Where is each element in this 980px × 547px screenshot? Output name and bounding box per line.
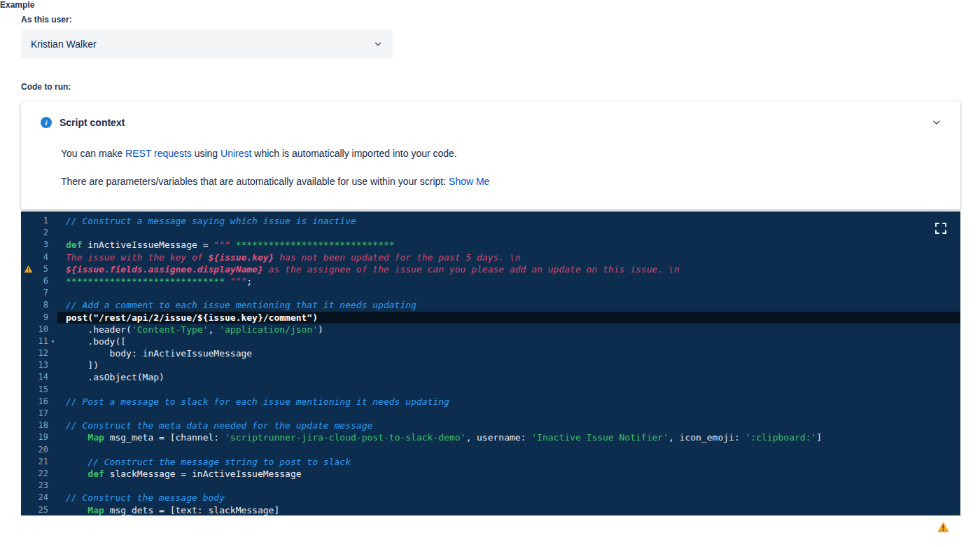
line-gutter: 7 — [21, 287, 57, 299]
run-as-user-value: Kristian Walker — [31, 39, 97, 50]
paragraph-text: which is automatically imported into you… — [251, 148, 456, 159]
next-field-label-partial: Example — [0, 0, 980, 10]
code-line[interactable]: 15 — [21, 384, 960, 396]
code-line[interactable]: 4The issue with the key of ${issue.key} … — [21, 251, 960, 263]
line-number: 23 — [34, 480, 48, 492]
rest-requests-link[interactable]: REST requests — [125, 148, 192, 159]
line-gutter: 16 — [21, 396, 57, 408]
line-gutter: 12 — [21, 347, 57, 359]
code-line[interactable]: 3def inActiveIssueMessage = """ ********… — [21, 239, 960, 251]
code-line[interactable]: 19 Map msg_meta = [channel: 'scriptrunne… — [21, 431, 960, 443]
code-line-text: // Construct the meta data needed for th… — [57, 420, 960, 431]
code-line[interactable]: 9post("/rest/api/2/issue/${issue.key}/co… — [21, 312, 960, 324]
fullscreen-icon[interactable] — [934, 221, 948, 235]
code-line[interactable]: 11▾ .body([ — [21, 335, 960, 347]
line-gutter: 10 — [21, 324, 57, 335]
line-number: 5 — [34, 263, 48, 275]
code-area: 1// Construct a message saying which iss… — [21, 212, 960, 515]
line-number: 14 — [34, 371, 48, 383]
line-gutter: 4 — [21, 251, 57, 263]
line-gutter: 6 — [21, 275, 57, 287]
line-number: 24 — [34, 492, 48, 504]
code-line[interactable]: 7 — [21, 287, 960, 299]
line-gutter: 8 — [21, 299, 57, 311]
line-gutter: 1 — [21, 215, 57, 227]
code-line-text: .body([ — [57, 335, 960, 347]
as-this-user-label: As this user: — [21, 15, 72, 25]
script-context-header: i Script context — [41, 117, 125, 128]
run-as-user-select[interactable]: Kristian Walker — [21, 30, 393, 58]
line-gutter: 3 — [21, 239, 57, 251]
code-line-text: The issue with the key of ${issue.key} h… — [57, 251, 960, 263]
code-editor[interactable]: 1// Construct a message saying which iss… — [21, 212, 960, 515]
paragraph-text: You can make — [61, 148, 125, 159]
line-warning-icon — [21, 265, 34, 273]
code-line[interactable]: 21 // Construct the message string to po… — [21, 456, 960, 468]
code-line-text: body: inActiveIssueMessage — [57, 347, 960, 359]
code-line-text: // Add a comment to each issue mentionin… — [57, 299, 960, 311]
script-context-panel: i Script context You can make REST reque… — [21, 102, 960, 209]
code-line[interactable]: 5${issue.fields.assignee.displayName} as… — [21, 263, 960, 275]
line-number: 4 — [34, 251, 48, 263]
line-number: 9 — [34, 312, 48, 324]
line-number: 2 — [34, 227, 48, 239]
code-line[interactable]: 13 ]) — [21, 359, 960, 371]
code-line-text: // Construct the message body — [57, 492, 960, 504]
line-gutter: 21 — [21, 456, 57, 468]
code-line[interactable]: 8// Add a comment to each issue mentioni… — [21, 299, 960, 311]
line-number: 7 — [34, 287, 48, 299]
code-line[interactable]: 16// Post a message to slack for each is… — [21, 396, 960, 408]
paragraph-text: There are parameters/variables that are … — [61, 176, 449, 187]
code-line[interactable]: 1// Construct a message saying which iss… — [21, 215, 960, 227]
code-to-run-label: Code to run: — [21, 82, 71, 92]
line-number: 6 — [34, 275, 48, 287]
line-number: 15 — [34, 384, 48, 396]
chevron-down-icon — [373, 39, 383, 49]
line-number: 1 — [34, 215, 48, 227]
code-line-text: Map msg_dets = [text: slackMessage] — [57, 504, 960, 516]
line-number: 17 — [34, 408, 48, 420]
code-line[interactable]: 24// Construct the message body — [21, 492, 960, 504]
code-line[interactable]: 10 .header('Content-Type', 'application/… — [21, 324, 960, 335]
validation-warning-icon — [937, 521, 951, 534]
line-gutter: 2 — [21, 227, 57, 239]
unirest-link[interactable]: Unirest — [220, 148, 251, 159]
code-line[interactable]: 14 .asObject(Map) — [21, 371, 960, 383]
code-line-text: // Construct a message saying which issu… — [57, 215, 960, 227]
code-line[interactable]: 17 — [21, 408, 960, 420]
script-context-title: Script context — [59, 117, 125, 128]
code-line-text: Map msg_meta = [channel: 'scriptrunner-j… — [57, 431, 960, 443]
code-line-text: post("/rest/api/2/issue/${issue.key}/com… — [57, 312, 960, 324]
code-line[interactable]: 6***************************** """; — [21, 275, 960, 287]
line-gutter: 11▾ — [21, 335, 57, 347]
line-gutter: 24 — [21, 492, 57, 504]
code-line[interactable]: 18// Construct the meta data needed for … — [21, 420, 960, 431]
code-line[interactable]: 23 — [21, 480, 960, 492]
page-root: { "labels": { "as_this_user": "As this u… — [0, 0, 980, 547]
code-line-text: def inActiveIssueMessage = """ *********… — [57, 239, 960, 251]
code-line[interactable]: 2 — [21, 227, 960, 239]
collapse-chevron-icon[interactable] — [931, 117, 942, 131]
line-number: 20 — [34, 444, 48, 456]
line-number: 19 — [34, 431, 48, 443]
code-line-text: ***************************** """; — [57, 275, 960, 287]
code-line-text: // Construct the message string to post … — [57, 456, 960, 468]
code-line[interactable]: 25 Map msg_dets = [text: slackMessage] — [21, 504, 960, 516]
line-gutter: 18 — [21, 420, 57, 431]
line-number: 18 — [34, 420, 48, 431]
code-line-text: .asObject(Map) — [57, 371, 960, 383]
line-number: 10 — [34, 324, 48, 335]
rest-requests-paragraph: You can make REST requests using Unirest… — [61, 148, 457, 159]
line-gutter: 15 — [21, 384, 57, 396]
code-line[interactable]: 12 body: inActiveIssueMessage — [21, 347, 960, 359]
line-number: 21 — [34, 456, 48, 468]
code-line[interactable]: 22 def slackMessage = inActiveIssueMessa… — [21, 468, 960, 480]
line-gutter: 23 — [21, 480, 57, 492]
line-gutter: 19 — [21, 431, 57, 443]
show-me-link[interactable]: Show Me — [449, 176, 489, 187]
code-line[interactable]: 20 — [21, 444, 960, 456]
line-number: 25 — [34, 504, 48, 516]
fold-toggle-icon[interactable]: ▾ — [48, 335, 57, 347]
parameters-paragraph: There are parameters/variables that are … — [61, 176, 489, 187]
line-gutter: 9 — [21, 312, 57, 324]
